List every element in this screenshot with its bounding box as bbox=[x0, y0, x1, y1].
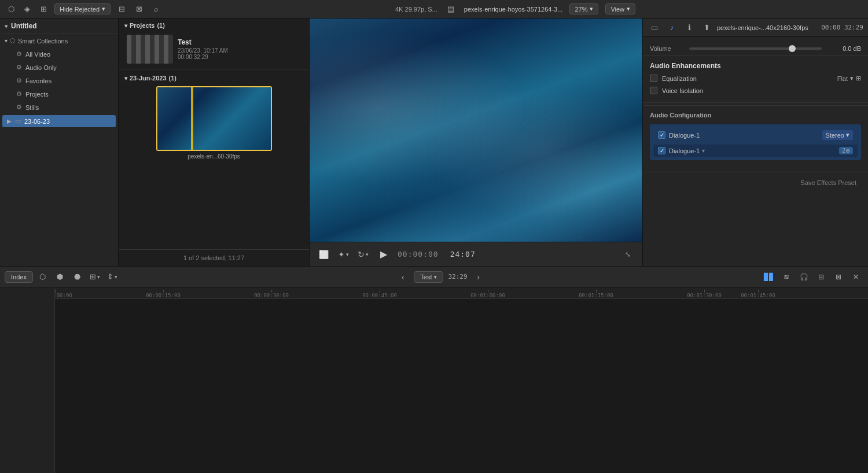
clip-name: pexels-en...60-30fps bbox=[187, 153, 240, 160]
inspector-audio-icon[interactable]: ♪ bbox=[665, 21, 679, 35]
equalization-adjust-icon[interactable]: ⊞ bbox=[856, 75, 861, 82]
inspector-share-icon[interactable]: ⬆ bbox=[700, 21, 713, 35]
ruler-tick-0: 00:00:00:00 bbox=[55, 293, 72, 298]
project-info: Test 23/06/23, 10:17 AM 00:00:32:29 bbox=[178, 38, 301, 60]
separator bbox=[643, 102, 868, 103]
voice-isolation-checkbox[interactable] bbox=[650, 87, 657, 94]
hide-rejected-label: Hide Rejected bbox=[60, 6, 100, 13]
timeline-layout-4[interactable]: ⊞▾ bbox=[87, 269, 102, 284]
timeline-layout-3[interactable]: ⬣ bbox=[70, 269, 85, 284]
app-icon-1[interactable]: ⬡ bbox=[5, 3, 17, 16]
ruler-tick-6: 00:01:30:00 bbox=[687, 293, 722, 298]
layout-list-button[interactable]: ⊠ bbox=[133, 3, 145, 16]
timeline-clip-view-button[interactable]: ⊟ bbox=[814, 269, 829, 284]
channel-badge-text: 2⊕ bbox=[842, 147, 850, 154]
dialogue1-sub-checkbox[interactable]: ✓ bbox=[658, 147, 665, 154]
clip-item[interactable]: pexels-en...60-30fps bbox=[124, 86, 303, 160]
timeline-clip-view-2[interactable]: ⊠ bbox=[831, 269, 846, 284]
voice-isolation-row: Voice Isolation bbox=[643, 84, 868, 97]
search-button[interactable]: ⌕ bbox=[150, 3, 163, 16]
dialogue1-sub-row: ✓ Dialogue-1 ▾ 2⊕ bbox=[653, 145, 858, 157]
timeline-layout-1[interactable]: ⬡ bbox=[35, 269, 50, 284]
ruler-tick-5: 00:01:15:00 bbox=[579, 293, 613, 298]
stereo-selector[interactable]: Stereo ▾ bbox=[822, 130, 853, 140]
save-effects-preset-button[interactable]: Save Effects Preset bbox=[796, 177, 861, 189]
library-arrow: ▾ bbox=[5, 23, 8, 29]
stereo-chevron: ▾ bbox=[846, 131, 849, 139]
date-folder-icon: ▭ bbox=[15, 117, 21, 125]
project-thumb-bg bbox=[127, 35, 173, 64]
play-button[interactable]: ▶ bbox=[376, 246, 392, 263]
timeline-audio-eq-button[interactable]: ≋ bbox=[779, 269, 794, 284]
bottom-area: Index ⬡ ⬢ ⬣ ⊞▾ ⇕▾ ‹ Test ▾ 32:29 › ▊▊ ≋ … bbox=[0, 266, 868, 473]
main-area: ▾ Untitled ▾ ⬡ Smart Collections ⚙ All V… bbox=[0, 19, 868, 266]
layout-grid-button[interactable]: ⊟ bbox=[115, 3, 128, 16]
audio-config-block: ✓ Dialogue-1 Stereo ▾ ✓ Dialogue-1 bbox=[650, 124, 861, 160]
clip-group-count: (1) bbox=[169, 75, 176, 82]
sidebar-item-date[interactable]: ▶ ▭ 23-06-23 bbox=[2, 115, 116, 127]
timeline-headphones-button[interactable]: 🎧 bbox=[796, 269, 811, 284]
index-button[interactable]: Index bbox=[5, 271, 33, 283]
sidebar-item-projects[interactable]: ⚙ Projects bbox=[2, 88, 116, 100]
timeline-next-button[interactable]: › bbox=[472, 271, 485, 283]
volume-thumb[interactable] bbox=[789, 45, 796, 52]
top-bar-center: 4K 29.97p, S... ▤ pexels-enrique-hoyos-3… bbox=[167, 3, 863, 16]
library-header: ▾ Untitled bbox=[0, 19, 118, 34]
timeline-project-label: Test bbox=[420, 274, 432, 280]
inspector: ▭ ♪ ℹ ⬆ pexels-enrique-...40x2160-30fps … bbox=[642, 19, 868, 266]
speed-button[interactable]: ↻▾ bbox=[356, 247, 370, 261]
equalization-checkbox[interactable] bbox=[650, 75, 657, 82]
project-date: 23/06/23, 10:17 AM bbox=[178, 47, 301, 54]
audio-only-icon: ⚙ bbox=[16, 64, 22, 71]
timeline-audio-meter-button[interactable]: ▊▊ bbox=[762, 269, 777, 284]
timeline-left-gutter bbox=[0, 287, 55, 473]
equalization-value[interactable]: Flat ▾ ⊞ bbox=[837, 75, 861, 82]
smart-collections-header[interactable]: ▾ ⬡ Smart Collections bbox=[0, 34, 118, 47]
dialogue1-row: ✓ Dialogue-1 Stereo ▾ bbox=[653, 128, 858, 142]
inspector-video-icon[interactable]: ▭ bbox=[648, 21, 661, 35]
view-button[interactable]: View ▾ bbox=[605, 3, 635, 14]
fullscreen-button[interactable]: ⤡ bbox=[620, 247, 635, 262]
dialogue1-checkbox[interactable]: ✓ bbox=[658, 131, 665, 139]
clip-options-button[interactable]: ▤ bbox=[444, 3, 457, 16]
clip-group-header[interactable]: ▾ 23-Jun-2023 (1) bbox=[124, 75, 303, 82]
timeline-clip-height[interactable]: ⇕▾ bbox=[105, 269, 120, 284]
zoom-button[interactable]: 27% ▾ bbox=[569, 3, 598, 14]
save-effects-row: Save Effects Preset bbox=[643, 172, 868, 193]
dialogue1-sub-chevron: ▾ bbox=[702, 147, 705, 154]
crop-button[interactable]: ⬜ bbox=[317, 247, 330, 261]
clip-thumbnail bbox=[156, 86, 272, 151]
audio-configuration-section: Audio Configuration ✓ Dialogue-1 Stereo … bbox=[643, 105, 868, 167]
sidebar-item-all-video[interactable]: ⚙ All Video bbox=[2, 48, 116, 60]
sidebar-item-favorites[interactable]: ⚙ Favorites bbox=[2, 75, 116, 87]
clip-group: ▾ 23-Jun-2023 (1) pexels-en...60-30fps bbox=[119, 70, 309, 164]
projects-label: Projects bbox=[25, 91, 49, 98]
ruler-tick-2: 00:00:30:00 bbox=[254, 293, 289, 298]
project-thumbnail bbox=[127, 35, 173, 64]
inspector-info-icon[interactable]: ℹ bbox=[682, 21, 696, 35]
zoom-chevron: ▾ bbox=[590, 5, 593, 13]
timeline-main: 00:00:00:00 00:00:15:00 00:00:30:00 00:0… bbox=[55, 287, 868, 473]
timeline-close-button[interactable]: ✕ bbox=[848, 269, 863, 284]
sidebar-item-stills[interactable]: ⚙ Stills bbox=[2, 101, 116, 113]
volume-slider[interactable] bbox=[689, 47, 822, 50]
projects-section-header[interactable]: ▾ Projects (1) bbox=[124, 22, 303, 29]
timeline-project-selector[interactable]: Test ▾ bbox=[414, 271, 443, 283]
browser-status: 1 of 2 selected, 11:27 bbox=[119, 249, 309, 266]
equalization-label: Equalization bbox=[662, 75, 833, 82]
zoom-value: 27% bbox=[575, 6, 587, 13]
hide-rejected-button[interactable]: Hide Rejected ▾ bbox=[54, 3, 111, 14]
timeline-ruler: 00:00:00:00 00:00:15:00 00:00:30:00 00:0… bbox=[55, 287, 868, 299]
audio-only-label: Audio Only bbox=[25, 64, 57, 71]
equalization-value-text: Flat bbox=[837, 75, 848, 82]
transform-button[interactable]: ✦▾ bbox=[336, 247, 350, 261]
clip-thumb-bg bbox=[157, 87, 271, 150]
timeline-layout-2[interactable]: ⬢ bbox=[53, 269, 68, 284]
app-icon-3[interactable]: ⊞ bbox=[37, 3, 50, 16]
app-icon-2[interactable]: ◈ bbox=[21, 3, 34, 16]
dialogue1-sub-name: Dialogue-1 ▾ bbox=[669, 147, 836, 154]
sidebar-item-audio-only[interactable]: ⚙ Audio Only bbox=[2, 61, 116, 73]
hide-rejected-chevron: ▾ bbox=[102, 5, 105, 13]
project-item[interactable]: Test 23/06/23, 10:17 AM 00:00:32:29 bbox=[124, 32, 303, 66]
timeline-prev-button[interactable]: ‹ bbox=[396, 271, 409, 283]
